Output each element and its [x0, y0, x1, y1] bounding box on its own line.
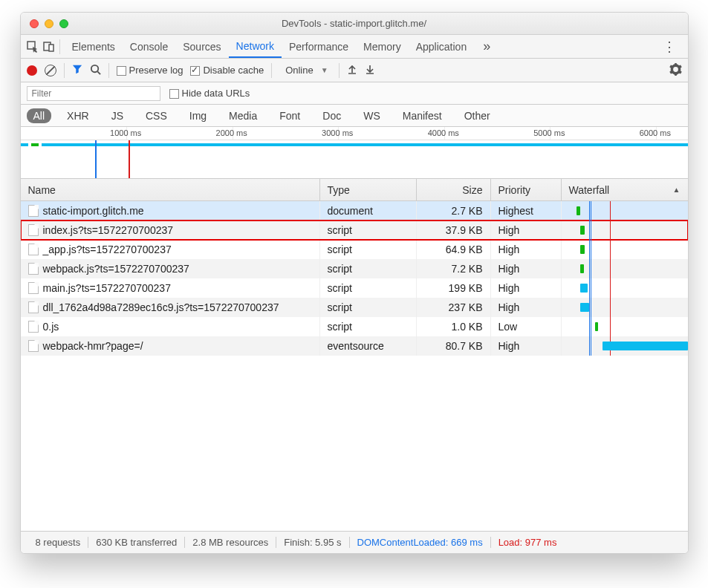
- table-row[interactable]: dll_1762a4d98a7289ec16c9.js?ts=157227070…: [21, 298, 688, 317]
- file-icon: [28, 263, 39, 275]
- col-name[interactable]: Name: [21, 179, 320, 200]
- stat-resources: 2.8 MB resources: [185, 537, 276, 548]
- request-type: script: [320, 317, 417, 336]
- separator: [59, 39, 60, 54]
- stat-finish: Finish: 5.95 s: [276, 537, 349, 548]
- table-row[interactable]: 0.jsscript1.0 KBLow: [21, 317, 688, 336]
- file-icon: [28, 205, 39, 217]
- device-toggle-icon[interactable]: [43, 41, 55, 53]
- hide-data-urls-checkbox[interactable]: Hide data URLs: [169, 88, 250, 99]
- request-size: 237 KB: [417, 298, 491, 317]
- table-header: Name Type Size Priority Waterfall▲: [21, 179, 688, 201]
- throttle-select[interactable]: Online: [279, 62, 331, 79]
- file-icon: [28, 340, 39, 352]
- clear-button[interactable]: [45, 65, 56, 76]
- separator: [271, 63, 272, 78]
- devtools-window: DevTools - static-import.glitch.me/ Elem…: [20, 12, 689, 554]
- filter-row: Hide data URLs: [21, 82, 688, 105]
- request-type: script: [320, 259, 417, 278]
- upload-icon[interactable]: [347, 64, 357, 76]
- title-bar: DevTools - static-import.glitch.me/: [21, 13, 688, 35]
- request-size: 64.9 KB: [417, 240, 491, 259]
- filter-img[interactable]: Img: [183, 108, 213, 123]
- file-icon: [28, 321, 39, 333]
- request-name: dll_1762a4d98a7289ec16c9.js?ts=157227070…: [43, 301, 279, 313]
- tab-memory[interactable]: Memory: [356, 35, 409, 58]
- request-size: 199 KB: [417, 278, 491, 298]
- filter-manifest[interactable]: Manifest: [396, 108, 449, 123]
- window-title: DevTools - static-import.glitch.me/: [21, 18, 688, 29]
- table-row[interactable]: webpack-hmr?page=/eventsource80.7 KBHigh: [21, 336, 688, 356]
- col-type[interactable]: Type: [320, 179, 417, 200]
- filter-ws[interactable]: WS: [357, 108, 387, 123]
- more-menu-button[interactable]: ⋮: [657, 39, 682, 55]
- waterfall-cell: [562, 220, 688, 240]
- waterfall-cell: [562, 259, 688, 278]
- filter-all[interactable]: All: [27, 108, 52, 123]
- filter-media[interactable]: Media: [222, 108, 264, 123]
- request-size: 7.2 KB: [417, 259, 491, 278]
- request-type: script: [320, 220, 417, 240]
- table-row[interactable]: _app.js?ts=1572270700237script64.9 KBHig…: [21, 240, 688, 259]
- separator: [339, 63, 340, 78]
- search-icon[interactable]: [90, 64, 101, 77]
- table-row[interactable]: webpack.js?ts=1572270700237script7.2 KBH…: [21, 259, 688, 278]
- svg-point-3: [91, 65, 97, 71]
- request-name: webpack.js?ts=1572270700237: [43, 263, 189, 275]
- status-bar: 8 requests 630 KB transferred 2.8 MB res…: [21, 531, 688, 553]
- file-icon: [28, 224, 39, 236]
- request-priority: High: [491, 220, 562, 240]
- filter-other[interactable]: Other: [458, 108, 497, 123]
- file-icon: [28, 282, 39, 294]
- filter-xhr[interactable]: XHR: [60, 108, 96, 123]
- disable-cache-checkbox[interactable]: Disable cache: [190, 65, 264, 76]
- request-name: webpack-hmr?page=/: [43, 340, 143, 352]
- filter-input[interactable]: [27, 86, 160, 101]
- request-priority: High: [491, 336, 562, 356]
- waterfall-cell: [562, 240, 688, 259]
- request-name: index.js?ts=1572270700237: [43, 224, 174, 236]
- tab-network[interactable]: Network: [229, 35, 282, 58]
- request-type: script: [320, 240, 417, 259]
- main-tabs: ElementsConsoleSourcesNetworkPerformance…: [21, 35, 688, 59]
- col-waterfall[interactable]: Waterfall▲: [562, 179, 688, 200]
- tab-elements[interactable]: Elements: [65, 35, 123, 58]
- network-toolbar: Preserve log Disable cache Online: [21, 59, 688, 82]
- filter-css[interactable]: CSS: [139, 108, 174, 123]
- settings-icon[interactable]: [669, 63, 682, 78]
- separator: [64, 63, 65, 78]
- col-priority[interactable]: Priority: [491, 179, 562, 200]
- request-priority: High: [491, 298, 562, 317]
- separator: [108, 63, 109, 78]
- request-size: 2.7 KB: [417, 201, 491, 220]
- table-row[interactable]: main.js?ts=1572270700237script199 KBHigh: [21, 278, 688, 298]
- preserve-log-checkbox[interactable]: Preserve log: [117, 65, 184, 76]
- overflow-tabs-button[interactable]: »: [478, 39, 495, 54]
- tab-console[interactable]: Console: [123, 35, 175, 58]
- filter-icon[interactable]: [72, 64, 82, 76]
- filter-doc[interactable]: Doc: [316, 108, 348, 123]
- record-button[interactable]: [27, 65, 37, 76]
- filter-font[interactable]: Font: [273, 108, 307, 123]
- download-icon[interactable]: [365, 64, 375, 76]
- col-size[interactable]: Size: [417, 179, 491, 200]
- request-priority: High: [491, 259, 562, 278]
- tab-performance[interactable]: Performance: [282, 35, 356, 58]
- svg-line-4: [97, 71, 100, 74]
- waterfall-cell: [562, 278, 688, 298]
- timeline-overview[interactable]: 1000 ms2000 ms3000 ms4000 ms5000 ms6000 …: [21, 127, 688, 179]
- request-name: _app.js?ts=1572270700237: [43, 244, 172, 255]
- stat-transferred: 630 KB transferred: [88, 537, 185, 548]
- request-type: eventsource: [320, 336, 417, 356]
- inspect-icon[interactable]: [27, 41, 39, 53]
- request-type: document: [320, 201, 417, 220]
- table-row[interactable]: index.js?ts=1572270700237script37.9 KBHi…: [21, 220, 688, 240]
- request-priority: Low: [491, 317, 562, 336]
- tab-sources[interactable]: Sources: [175, 35, 228, 58]
- filter-js[interactable]: JS: [105, 108, 130, 123]
- request-type: script: [320, 298, 417, 317]
- request-name: 0.js: [43, 321, 59, 333]
- tab-application[interactable]: Application: [409, 35, 475, 58]
- waterfall-cell: [562, 201, 688, 220]
- table-row[interactable]: static-import.glitch.medocument2.7 KBHig…: [21, 201, 688, 220]
